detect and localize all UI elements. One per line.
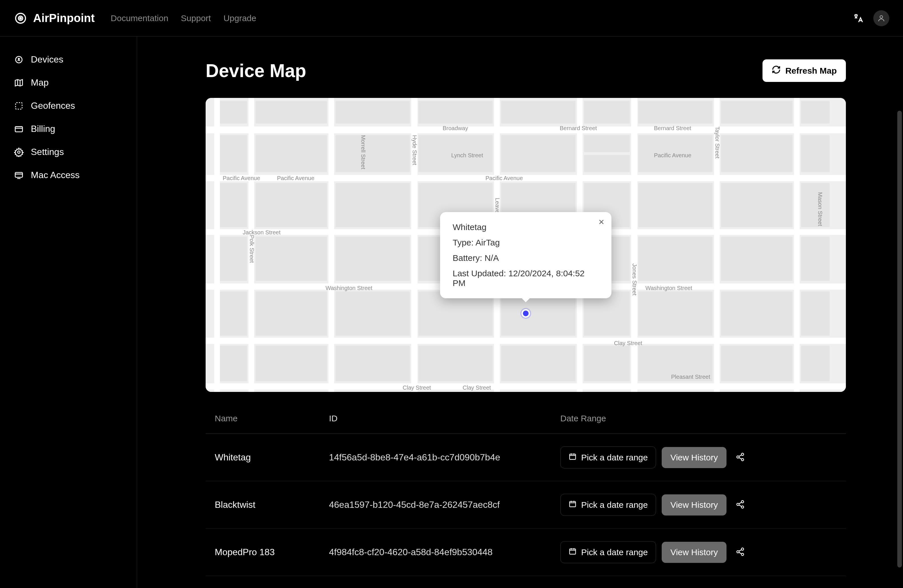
calendar-icon: [569, 452, 577, 463]
svg-point-19: [741, 548, 744, 550]
share-button[interactable]: [732, 544, 748, 561]
street-label: Pleasant Street: [671, 374, 710, 380]
cell-name: Whitetag: [215, 452, 329, 463]
street-label: Jones Street: [631, 263, 638, 295]
street-label: Polk Street: [249, 235, 255, 263]
street-label: Broadway: [443, 125, 468, 132]
billing-icon: [14, 124, 24, 134]
page-title: Device Map: [206, 60, 306, 82]
sidebar-item-devices[interactable]: Devices: [0, 48, 137, 71]
device-table: Name ID Date Range Whitetag 14f56a5d-8be…: [206, 403, 846, 576]
svg-rect-10: [570, 454, 576, 459]
svg-point-3: [880, 16, 883, 18]
col-header-id: ID: [329, 414, 560, 423]
street-label: Pacific Avenue: [654, 152, 691, 159]
street-label: Clay Street: [463, 384, 491, 391]
svg-rect-7: [15, 127, 22, 132]
view-history-button[interactable]: View History: [662, 494, 726, 516]
sidebar-item-map[interactable]: Map: [0, 71, 137, 94]
popup-updated: Last Updated: 12/20/2024, 8:04:52 PM: [453, 268, 599, 288]
map[interactable]: Broadway Bernard Street Bernard Street P…: [206, 98, 846, 392]
sidebar-label: Mac Access: [31, 170, 80, 180]
sidebar-item-geofences[interactable]: Geofences: [0, 94, 137, 117]
table-row: MopedPro 183 4f984fc8-cf20-4620-a58d-84e…: [206, 528, 846, 576]
share-button[interactable]: [732, 449, 748, 466]
calendar-icon: [569, 547, 577, 557]
street-label: Pacific Avenue: [486, 175, 523, 182]
street-label: Taylor Street: [714, 127, 721, 158]
cell-id: 14f56a5d-8be8-47e4-a61b-cc7d090b7b4e: [329, 452, 560, 463]
sidebar: Devices Map Geofences Billing Settings: [0, 36, 137, 588]
cell-name: MopedPro 183: [215, 547, 329, 557]
main-content: Device Map Refresh Map: [137, 36, 903, 588]
header-right: [852, 10, 889, 26]
view-history-button[interactable]: View History: [662, 542, 726, 563]
date-btn-label: Pick a date range: [581, 500, 648, 510]
street-label: Bernard Street: [560, 125, 597, 132]
svg-point-15: [741, 501, 744, 503]
table-row: Whitetag 14f56a5d-8be8-47e4-a61b-cc7d090…: [206, 434, 846, 481]
nav-documentation[interactable]: Documentation: [111, 13, 168, 23]
device-popup: ✕ Whitetag Type: AirTag Battery: N/A Las…: [440, 212, 612, 298]
brand-logo-icon: [14, 11, 27, 25]
avatar[interactable]: [873, 10, 889, 26]
sidebar-item-macaccess[interactable]: Mac Access: [0, 163, 137, 187]
street-label: Mason Street: [817, 192, 823, 226]
street-label: Morrell Street: [360, 135, 367, 169]
svg-rect-14: [570, 502, 576, 507]
sidebar-item-billing[interactable]: Billing: [0, 117, 137, 140]
table-row: Blacktwist 46ea1597-b120-45cd-8e7a-26245…: [206, 481, 846, 528]
table-header: Name ID Date Range: [206, 403, 846, 434]
device-marker[interactable]: [521, 309, 530, 318]
popup-device-name: Whitetag: [453, 223, 599, 232]
pick-date-range-button[interactable]: Pick a date range: [560, 541, 656, 563]
svg-rect-9: [15, 172, 22, 177]
cell-id: 4f984fc8-cf20-4620-a58d-84ef9b530448: [329, 547, 560, 557]
devices-icon: [14, 55, 24, 65]
nav-upgrade[interactable]: Upgrade: [223, 13, 256, 23]
street-label: Pacific Avenue: [223, 175, 260, 182]
street-label: Washington Street: [645, 285, 692, 292]
sidebar-label: Map: [31, 77, 49, 88]
street-label: Clay Street: [403, 384, 431, 391]
settings-icon: [14, 147, 24, 157]
pick-date-range-button[interactable]: Pick a date range: [560, 494, 656, 516]
sidebar-item-settings[interactable]: Settings: [0, 140, 137, 163]
cell-id: 46ea1597-b120-45cd-8e7a-262457aec8cf: [329, 500, 560, 510]
translate-icon[interactable]: [852, 12, 864, 24]
close-icon[interactable]: ✕: [598, 218, 604, 227]
view-history-button[interactable]: View History: [662, 447, 726, 468]
street-label: Bernard Street: [654, 125, 691, 132]
map-icon: [14, 78, 24, 88]
svg-point-5: [18, 58, 19, 60]
svg-point-12: [737, 456, 739, 458]
svg-point-2: [20, 17, 21, 19]
svg-point-13: [741, 458, 744, 461]
header: AirPinpoint Documentation Support Upgrad…: [0, 0, 903, 36]
brand[interactable]: AirPinpoint: [14, 11, 95, 25]
geofences-icon: [14, 101, 24, 111]
popup-type: Type: AirTag: [453, 238, 599, 248]
date-btn-label: Pick a date range: [581, 547, 648, 557]
street-label: Hyde Street: [411, 135, 418, 165]
share-icon: [736, 500, 745, 510]
macaccess-icon: [14, 170, 24, 180]
nav-support[interactable]: Support: [181, 13, 211, 23]
svg-point-11: [741, 453, 744, 456]
refresh-map-button[interactable]: Refresh Map: [763, 60, 846, 82]
share-button[interactable]: [732, 496, 748, 513]
svg-rect-6: [16, 102, 22, 109]
cell-name: Blacktwist: [215, 500, 329, 510]
share-icon: [736, 452, 745, 463]
svg-point-17: [741, 506, 744, 508]
date-btn-label: Pick a date range: [581, 453, 648, 463]
share-icon: [736, 547, 745, 557]
refresh-icon: [772, 65, 781, 76]
pick-date-range-button[interactable]: Pick a date range: [560, 447, 656, 469]
street-label: Clay Street: [614, 340, 642, 347]
scrollbar[interactable]: [897, 111, 902, 568]
header-left: AirPinpoint Documentation Support Upgrad…: [14, 11, 256, 25]
svg-rect-18: [570, 549, 576, 554]
sidebar-label: Settings: [31, 147, 64, 157]
col-header-name: Name: [215, 414, 329, 423]
